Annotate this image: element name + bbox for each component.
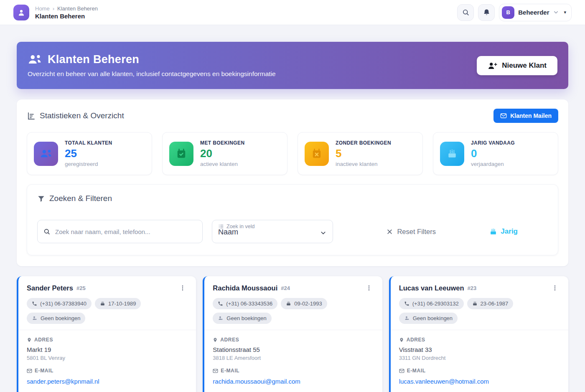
address-label-row: ADRES <box>213 337 374 343</box>
app-logo[interactable] <box>13 5 29 20</box>
bookings-pill: Geen boekingen <box>213 313 271 324</box>
account-menu[interactable]: B Beheerder ▾ <box>499 4 572 21</box>
stat-card-without-bookings: ZONDER BOEKINGEN 5 inactieve klanten <box>298 132 423 175</box>
breadcrumb-separator: › <box>53 5 54 12</box>
funnel-icon <box>37 195 45 203</box>
customer-cards-grid: Sander Peters #25 (+31) 06-37383940 17-1… <box>17 276 568 392</box>
search-field-wrapper <box>37 220 203 243</box>
postal-line: 5801 BL Venray <box>27 355 188 361</box>
person-plus-icon <box>488 61 498 70</box>
map-pin-icon <box>27 337 32 343</box>
chevron-down-icon <box>320 229 327 237</box>
magnifier-icon <box>43 228 51 235</box>
search-input[interactable] <box>37 220 203 243</box>
email-label: E-MAIL <box>221 368 239 374</box>
x-icon <box>387 229 393 235</box>
kebab-menu-button[interactable] <box>550 283 560 293</box>
cake-icon <box>100 301 105 306</box>
birthdate-pill: 17-10-1989 <box>95 298 141 309</box>
stat-caption: actieve klanten <box>200 161 245 167</box>
envelope-icon <box>27 369 32 373</box>
calendar-check-icon <box>169 142 193 166</box>
breadcrumb-current: Klanten Beheren <box>57 5 98 12</box>
birthdate: 17-10-1989 <box>108 300 136 307</box>
stat-caption: geregistreerd <box>65 161 112 167</box>
phone-number: (+31) 06-33343536 <box>226 300 272 307</box>
stats-grid: TOTAAL KLANTEN 25 geregistreerd MET BOEK… <box>27 132 558 175</box>
bookings-status: Geen boekingen <box>226 315 266 321</box>
envelope-icon <box>213 369 218 373</box>
phone-pill: (+31) 06-29303132 <box>399 298 464 309</box>
topbar: Home › Klanten Beheren Klanten Beheren B… <box>0 0 585 25</box>
search-button[interactable] <box>457 4 474 21</box>
notifications-button[interactable] <box>478 4 495 21</box>
banner-subtitle: Overzicht en beheer van alle klanten, in… <box>28 70 276 78</box>
jarig-label: Jarig <box>501 227 518 236</box>
postal-line: 3311 GN Dordrecht <box>399 355 560 361</box>
email-label: E-MAIL <box>407 368 426 374</box>
envelope-icon <box>399 369 404 373</box>
cake-icon <box>489 228 497 236</box>
jarig-button[interactable]: Jarig <box>489 227 518 236</box>
bookings-status: Geen boekingen <box>41 315 80 321</box>
email-link[interactable]: rachida.moussaoui@gmail.com <box>213 378 300 385</box>
email-link[interactable]: lucas.vanleeuwen@hotmail.com <box>399 378 489 385</box>
filter-panel: Zoeken & Filteren Zoek in veld <box>27 184 558 255</box>
cake-icon <box>286 301 291 306</box>
phone-pill: (+31) 06-37383940 <box>27 298 92 309</box>
customer-card: Sander Peters #25 (+31) 06-37383940 17-1… <box>17 276 196 392</box>
email-link[interactable]: sander.peters@kpnmail.nl <box>27 378 99 385</box>
breadcrumb-home[interactable]: Home <box>35 5 50 12</box>
avatar: B <box>502 6 514 19</box>
new-client-label: Nieuwe Klant <box>502 61 547 70</box>
reset-filters-button[interactable]: Reset Filters <box>387 228 436 236</box>
email-label-row: E-MAIL <box>399 368 560 374</box>
phone-number: (+31) 06-29303132 <box>412 300 459 307</box>
chevron-down-icon <box>553 9 559 15</box>
bookings-status: Geen boekingen <box>413 315 453 321</box>
email-label: E-MAIL <box>35 368 53 374</box>
envelope-icon <box>500 113 507 119</box>
customer-card: Rachida Moussaoui #24 (+31) 06-33343536 … <box>203 276 382 392</box>
stats-section-title: Statistieken & Overzicht <box>40 111 124 120</box>
postal-line: 3818 LE Amersfoort <box>213 355 374 361</box>
bell-icon <box>483 8 491 16</box>
map-pin-icon <box>213 337 218 343</box>
mail-clients-label: Klanten Mailen <box>510 112 552 119</box>
kebab-menu-button[interactable] <box>178 283 188 293</box>
birthdate: 23-06-1987 <box>481 300 509 307</box>
stats-panel: Statistieken & Overzicht Klanten Mailen … <box>17 99 568 266</box>
users-icon <box>28 54 42 65</box>
search-field-select[interactable]: Zoek in veld Naam <box>212 220 333 243</box>
users-icon <box>34 142 58 166</box>
stat-label: JARIG VANDAAG <box>471 140 515 146</box>
customer-name: Lucas van Leeuwen <box>399 284 464 292</box>
person-dot-icon <box>32 316 38 321</box>
phone-pill: (+31) 06-33343536 <box>213 298 277 309</box>
customer-name: Sander Peters <box>27 284 73 292</box>
kebab-menu-button[interactable] <box>364 283 374 293</box>
email-label-row: E-MAIL <box>27 368 188 374</box>
page-title: Klanten Beheren <box>35 13 98 20</box>
address-label: ADRES <box>34 337 53 343</box>
address-label-row: ADRES <box>399 337 560 343</box>
phone-number: (+31) 06-37383940 <box>40 300 86 307</box>
person-dot-icon <box>404 316 410 321</box>
mail-clients-button[interactable]: Klanten Mailen <box>493 109 558 123</box>
birthdate-pill: 23-06-1987 <box>467 298 514 309</box>
search-icon <box>462 8 470 16</box>
cake-icon <box>472 301 478 306</box>
customer-card: Lucas van Leeuwen #23 (+31) 06-29303132 … <box>389 276 568 392</box>
address-label: ADRES <box>407 337 425 343</box>
calendar-x-icon <box>305 142 329 166</box>
stat-value: 20 <box>200 147 245 160</box>
person-dot-icon <box>218 316 224 321</box>
new-client-button[interactable]: Nieuwe Klant <box>477 56 557 75</box>
address-line: Visstraat 33 <box>399 346 560 353</box>
address-label: ADRES <box>220 337 239 343</box>
select-value: Naam <box>218 229 327 237</box>
list-icon <box>218 224 224 229</box>
customer-id: #23 <box>468 285 477 291</box>
birthdate-pill: 09-02-1993 <box>281 298 327 309</box>
address-label-row: ADRES <box>27 337 188 343</box>
